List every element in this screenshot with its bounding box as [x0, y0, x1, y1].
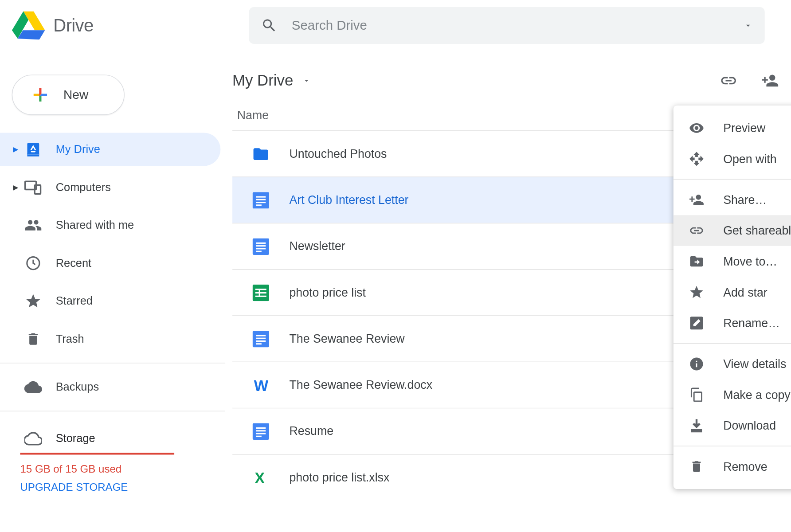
menu-label: Download [723, 419, 776, 433]
caret-down-icon [302, 75, 311, 85]
new-button[interactable]: New [12, 74, 125, 115]
search-input[interactable] [292, 18, 744, 33]
star-icon [20, 293, 46, 309]
add-person-icon[interactable] [761, 71, 779, 89]
download-icon [688, 418, 705, 434]
svg-rect-19 [255, 292, 266, 293]
logo-area[interactable]: Drive [12, 11, 249, 39]
file-name: Newsletter [289, 239, 345, 253]
folder-move-icon [688, 254, 705, 269]
sidebar-item-label: Recent [56, 257, 91, 270]
sidebar-item-trash[interactable]: Trash [0, 322, 220, 356]
sidebar-item-backups[interactable]: Backups [0, 371, 220, 404]
rename-icon [688, 315, 705, 331]
sidebar: New ▶ My Drive ▶ Computers Shared with m… [0, 51, 225, 500]
sheet-icon [250, 284, 271, 301]
expand-icon[interactable]: ▶ [11, 183, 20, 192]
menu-item-preview[interactable]: Preview [674, 113, 791, 144]
svg-rect-9 [256, 199, 266, 200]
menu-item-get-link[interactable]: Get shareable link [674, 215, 791, 246]
expand-icon[interactable]: ▶ [11, 145, 20, 154]
sidebar-item-storage[interactable]: Storage [20, 422, 225, 455]
computers-icon [20, 178, 46, 196]
plus-icon [30, 85, 50, 105]
new-button-label: New [63, 88, 88, 102]
svg-rect-8 [256, 196, 266, 197]
menu-label: Rename… [723, 316, 780, 330]
file-name: Untouched Photos [289, 147, 387, 161]
sidebar-item-starred[interactable]: Starred [0, 285, 220, 318]
file-name: Art Club Interest Letter [289, 193, 408, 207]
sidebar-item-label: Backups [56, 380, 99, 393]
storage-meter [20, 453, 174, 454]
sidebar-item-computers[interactable]: ▶ Computers [0, 171, 220, 204]
menu-item-view-details[interactable]: View details [674, 348, 791, 379]
svg-rect-31 [256, 433, 266, 434]
storage-section: Storage 15 GB of 15 GB used UPGRADE STOR… [0, 419, 225, 494]
menu-label: View details [723, 357, 786, 371]
menu-label: Add star [723, 286, 768, 299]
menu-item-share[interactable]: Share… [674, 184, 791, 215]
menu-item-make-copy[interactable]: Make a copy [674, 379, 791, 411]
folder-icon [250, 145, 271, 163]
move-icon [688, 151, 705, 167]
menu-label: Remove [723, 460, 768, 473]
sidebar-item-label: Trash [56, 332, 84, 345]
menu-item-rename[interactable]: Rename… [674, 308, 791, 339]
link-icon [688, 223, 705, 239]
menu-label: Preview [723, 121, 765, 135]
menu-label: Make a copy [723, 388, 791, 402]
drive-logo-icon [12, 11, 45, 39]
breadcrumb[interactable]: My Drive [232, 71, 311, 89]
storage-label: Storage [56, 432, 95, 445]
divider [674, 343, 791, 344]
storage-usage-text: 15 GB of 15 GB used [20, 463, 225, 475]
drive-icon [20, 141, 46, 158]
context-menu: Preview Open with Share… [674, 106, 791, 489]
svg-rect-15 [256, 248, 266, 249]
eye-icon [688, 120, 705, 136]
sidebar-item-shared[interactable]: Shared with me [0, 209, 220, 242]
svg-rect-32 [256, 435, 261, 437]
file-name: Resume [289, 424, 333, 438]
divider [0, 411, 225, 411]
menu-item-remove[interactable]: Remove [674, 451, 791, 482]
upgrade-storage-link[interactable]: UPGRADE STORAGE [20, 481, 225, 494]
toolbar-actions [720, 71, 779, 89]
search-bar[interactable] [249, 7, 765, 44]
svg-text:X: X [255, 469, 265, 485]
menu-item-move-to[interactable]: Move to… [674, 246, 791, 277]
sidebar-item-label: My Drive [56, 143, 100, 156]
sidebar-item-recent[interactable]: Recent [0, 246, 220, 280]
svg-rect-21 [259, 288, 260, 297]
menu-item-add-star[interactable]: Add star [674, 277, 791, 308]
sidebar-item-label: Starred [56, 294, 93, 307]
divider [0, 363, 225, 363]
info-icon [688, 356, 705, 372]
svg-rect-3 [27, 154, 39, 155]
cloud-outline-icon [20, 430, 46, 447]
svg-text:W: W [254, 377, 269, 393]
svg-rect-35 [694, 392, 701, 401]
menu-item-open-with[interactable]: Open with [674, 144, 791, 175]
divider [674, 179, 791, 180]
menu-label: Get shareable link [723, 224, 791, 238]
main-content: My Drive Name Untouched Photos [225, 51, 791, 500]
menu-item-download[interactable]: Download [674, 410, 791, 441]
shared-icon [20, 216, 46, 234]
get-link-icon[interactable] [720, 71, 737, 89]
excel-icon: X [250, 469, 271, 485]
trash-icon [20, 331, 46, 347]
search-options-icon[interactable] [744, 21, 753, 30]
svg-rect-30 [256, 430, 266, 431]
search-icon [261, 17, 277, 34]
toolbar: My Drive [232, 71, 791, 102]
menu-label: Share… [723, 193, 767, 207]
divider [674, 446, 791, 446]
svg-rect-10 [256, 201, 266, 203]
file-name: The Sewanee Review [289, 332, 404, 346]
header: Drive [0, 0, 791, 51]
file-name: The Sewanee Review.docx [289, 378, 432, 392]
sidebar-item-my-drive[interactable]: ▶ My Drive [0, 133, 220, 166]
file-name: photo price list [289, 286, 365, 299]
